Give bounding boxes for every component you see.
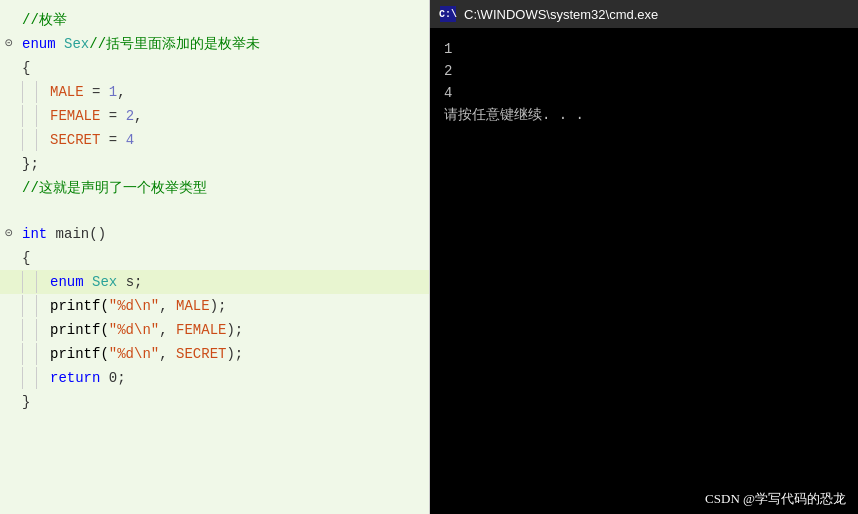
code-token: "%d\n": [109, 319, 159, 341]
line-content: return 0;: [46, 367, 126, 389]
indent-guide: [36, 319, 46, 341]
line-content: printf("%d\n", SECRET);: [46, 343, 243, 365]
line-content: printf("%d\n", FEMALE);: [46, 319, 243, 341]
code-token: printf(: [50, 343, 109, 365]
code-token: FEMALE: [176, 319, 226, 341]
line-content: SECRET = 4: [46, 129, 134, 151]
line-gutter: ⊝: [0, 33, 18, 55]
code-line: {: [0, 246, 429, 270]
code-token: [84, 271, 92, 293]
code-token: 2: [126, 105, 134, 127]
line-content: enum Sex//括号里面添加的是枚举未: [18, 33, 260, 55]
code-token: "%d\n": [109, 295, 159, 317]
code-token: Sex: [64, 33, 89, 55]
code-line: };: [0, 152, 429, 176]
indent-guide: [22, 367, 32, 389]
line-content: int main(): [18, 223, 106, 245]
line-content: {: [18, 57, 30, 79]
code-line: printf("%d\n", SECRET);: [0, 342, 429, 366]
indent-guide: [22, 105, 32, 127]
indent-guide: [36, 105, 46, 127]
line-content: //这就是声明了一个枚举类型: [18, 177, 207, 199]
code-line: printf("%d\n", FEMALE);: [0, 318, 429, 342]
line-content: };: [18, 153, 39, 175]
code-line: MALE = 1,: [0, 80, 429, 104]
code-line: ⊝int main(): [0, 222, 429, 246]
code-line: return 0;: [0, 366, 429, 390]
code-token: "%d\n": [109, 343, 159, 365]
code-token: //这就是声明了一个枚举类型: [22, 177, 207, 199]
indent-guide: [36, 129, 46, 151]
code-token: int: [22, 223, 47, 245]
code-token: SECRET: [50, 129, 100, 151]
cmd-icon: C:\: [440, 6, 456, 22]
code-line: enum Sex s;: [0, 270, 429, 294]
code-token: printf(: [50, 319, 109, 341]
code-token: =: [100, 129, 125, 151]
code-editor: //枚举⊝enum Sex//括号里面添加的是枚举未{MALE = 1,FEMA…: [0, 0, 430, 514]
code-token: return: [50, 367, 100, 389]
code-line: //枚举: [0, 8, 429, 32]
indent-guide: [36, 295, 46, 317]
code-token: MALE: [176, 295, 210, 317]
code-token: MALE: [50, 81, 84, 103]
code-token: =: [84, 81, 109, 103]
code-token: ,: [117, 81, 125, 103]
code-token: }: [22, 391, 30, 413]
code-token: ,: [159, 295, 176, 317]
indent-guide: [22, 319, 32, 341]
code-token: );: [226, 319, 243, 341]
line-content: {: [18, 247, 30, 269]
line-content: //枚举: [18, 9, 67, 31]
code-line: [0, 200, 429, 222]
code-token: =: [100, 105, 125, 127]
code-token: FEMALE: [50, 105, 100, 127]
indent-guide: [36, 271, 46, 293]
line-gutter: ⊝: [0, 223, 18, 245]
cmd-output-line: 请按任意键继续. . .: [444, 104, 844, 126]
cmd-title: C:\WINDOWS\system32\cmd.exe: [464, 7, 658, 22]
cmd-output-line: 2: [444, 60, 844, 82]
indent-guide: [22, 129, 32, 151]
indent-guide: [22, 271, 32, 293]
code-token: //枚举: [22, 9, 67, 31]
cmd-output-line: 1: [444, 38, 844, 60]
code-line: ⊝enum Sex//括号里面添加的是枚举未: [0, 32, 429, 56]
code-token: enum: [50, 271, 84, 293]
line-content: printf("%d\n", MALE);: [46, 295, 226, 317]
code-token: {: [22, 247, 30, 269]
indent-guide: [36, 367, 46, 389]
code-token: ,: [134, 105, 142, 127]
code-line: {: [0, 56, 429, 80]
code-token: );: [210, 295, 227, 317]
cmd-output-line: 4: [444, 82, 844, 104]
cmd-titlebar: C:\ C:\WINDOWS\system32\cmd.exe: [430, 0, 858, 28]
code-token: };: [22, 153, 39, 175]
code-token: ,: [159, 343, 176, 365]
line-content: FEMALE = 2,: [46, 105, 142, 127]
line-content: enum Sex s;: [46, 271, 142, 293]
code-token: s;: [117, 271, 142, 293]
code-line: printf("%d\n", MALE);: [0, 294, 429, 318]
code-token: //括号里面添加的是枚举未: [89, 33, 260, 55]
cmd-footer: CSDN @学写代码的恐龙: [430, 484, 858, 514]
code-token: printf(: [50, 295, 109, 317]
line-content: }: [18, 391, 30, 413]
code-line: }: [0, 390, 429, 414]
code-token: );: [226, 343, 243, 365]
code-line: SECRET = 4: [0, 128, 429, 152]
indent-guide: [22, 81, 32, 103]
code-token: 4: [126, 129, 134, 151]
code-token: Sex: [92, 271, 117, 293]
code-token: {: [22, 57, 30, 79]
cmd-window: C:\ C:\WINDOWS\system32\cmd.exe 124请按任意键…: [430, 0, 858, 514]
code-token: SECRET: [176, 343, 226, 365]
code-token: 0;: [100, 367, 125, 389]
code-token: ,: [159, 319, 176, 341]
line-content: MALE = 1,: [46, 81, 126, 103]
indent-guide: [22, 343, 32, 365]
code-token: main(): [47, 223, 106, 245]
code-line: //这就是声明了一个枚举类型: [0, 176, 429, 200]
indent-guide: [22, 295, 32, 317]
indent-guide: [36, 81, 46, 103]
